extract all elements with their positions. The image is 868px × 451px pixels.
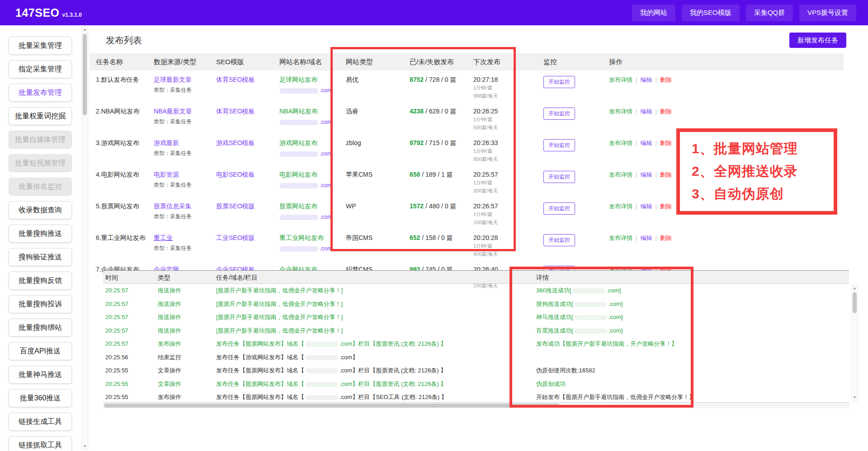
nav-item[interactable]: 我的SEO模版 [682, 5, 740, 21]
pending-failed-counts: / 158 / 0 篇 [420, 234, 453, 241]
add-publish-task-button[interactable]: 新增发布任务 [789, 33, 846, 48]
source-link[interactable]: 股票信息采集 [154, 202, 192, 210]
sidebar-item[interactable]: 链接生成工具 [9, 413, 72, 431]
seo-template-link[interactable]: 游戏SEO模板 [216, 139, 255, 146]
sidebar-item[interactable]: 批量搜狗绑站 [9, 319, 72, 337]
delete-link[interactable]: 删除 [660, 171, 672, 178]
start-monitor-button[interactable]: 开始监控 [543, 139, 575, 151]
log-detail-text-suffix: .com] [609, 314, 623, 320]
sidebar-item[interactable]: 百度API推送 [9, 342, 72, 360]
scrollbar-thumb[interactable] [853, 292, 857, 313]
redacted-domain-blur [575, 329, 607, 334]
publish-detail-link[interactable]: 发布详情 [609, 203, 632, 210]
start-monitor-button[interactable]: 开始监控 [543, 76, 575, 88]
sidebar-item[interactable]: 批量排名监控 [9, 178, 72, 196]
delete-link[interactable]: 删除 [660, 203, 672, 210]
log-vertical-scrollbar[interactable]: ▲ ▼ [851, 285, 858, 401]
domain-suffix[interactable]: .com [320, 87, 332, 94]
domain-suffix[interactable]: .com [320, 182, 332, 188]
log-task-text: [股票开户新手避坑指南，低佣金开户攻略分享！] [216, 301, 343, 307]
sidebar-item[interactable]: 批量360推送 [9, 389, 72, 407]
start-monitor-button[interactable]: 开始监控 [543, 202, 575, 215]
delete-link[interactable]: 删除 [660, 108, 672, 115]
publish-detail-link[interactable]: 发布详情 [609, 140, 632, 146]
edit-link[interactable]: 编辑 [640, 171, 652, 178]
sidebar-item[interactable]: 搜狗验证推送 [9, 248, 72, 266]
sidebar-item[interactable]: 链接抓取工具 [9, 436, 72, 451]
publish-detail-link[interactable]: 发布详情 [609, 171, 632, 178]
sidebar-item[interactable]: 收录数据查询 [9, 201, 72, 219]
sidebar-item[interactable]: 批量发布管理 [9, 84, 72, 102]
source-type-label: 类型：采集任务 [154, 118, 216, 126]
next-publish: 20:26:25 1分钟/篇 500篇/每天 [473, 108, 543, 131]
seo-template-link[interactable]: 体育SEO模板 [216, 76, 255, 83]
domain-suffix[interactable]: .com [320, 150, 332, 157]
nav-item[interactable]: VPS拨号设置 [799, 5, 856, 21]
separator: | [655, 203, 656, 210]
scroll-up-icon[interactable]: ▲ [83, 27, 87, 33]
publish-counts: 652 / 158 / 0 篇 [410, 234, 473, 258]
edit-link[interactable]: 编辑 [640, 203, 652, 210]
site-type: 帝国CMS [346, 234, 410, 258]
edit-link[interactable]: 编辑 [640, 140, 652, 146]
column-header-next-publish: 下次发布 [473, 58, 543, 66]
daily-quota: 988篇/每天 [473, 93, 543, 99]
sidebar-item[interactable]: 批量采集管理 [9, 37, 72, 55]
sidebar-item[interactable]: 批量短视频管理 [9, 154, 72, 172]
publish-detail-link[interactable]: 发布详情 [609, 235, 632, 241]
sidebar-item[interactable]: 批量搜狗投诉 [9, 295, 72, 313]
publish-detail-link[interactable]: 发布详情 [609, 108, 632, 115]
table-row: 5.股票网站发布 股票信息采集 类型：采集任务 股票SEO模版 股票网站发布 .… [90, 197, 844, 229]
seo-template-link[interactable]: 工业SEO模版 [216, 234, 255, 241]
scrollbar-thumb[interactable] [104, 404, 560, 408]
scroll-up-icon[interactable]: ▲ [853, 285, 857, 291]
scrollbar-thumb[interactable] [83, 34, 87, 115]
scroll-down-icon[interactable]: ▼ [853, 395, 857, 401]
site-name: 游戏网站发布 [279, 139, 346, 147]
delete-link[interactable]: 删除 [660, 76, 672, 83]
log-task-text: 发布任务【股票网站发布】域名【 [216, 367, 304, 374]
seo-template-link[interactable]: 体育SEO模板 [216, 108, 255, 115]
publish-detail-link[interactable]: 发布详情 [609, 76, 632, 83]
publish-counts: 8752 / 728 / 0 篇 [410, 76, 473, 99]
domain-suffix[interactable]: .com [320, 213, 332, 220]
log-time: 20:25:55 [103, 377, 156, 391]
redacted-domain-blur [279, 120, 318, 125]
source-link[interactable]: NBA最新文章 [154, 108, 192, 115]
delete-link[interactable]: 删除 [660, 140, 672, 146]
edit-link[interactable]: 编辑 [640, 108, 652, 115]
source-link[interactable]: 游戏最新 [154, 139, 179, 146]
domain-suffix[interactable]: .com [320, 118, 332, 125]
separator: | [655, 76, 656, 83]
sidebar-item[interactable]: 批量自媒体管理 [9, 131, 72, 149]
edit-link[interactable]: 编辑 [640, 235, 652, 241]
source-link[interactable]: 电影资源 [154, 171, 179, 178]
log-time: 20:25:57 [103, 310, 156, 324]
publish-counts: 8792 / 715 / 0 篇 [410, 139, 473, 163]
pending-failed-counts: / 728 / 0 篇 [424, 76, 456, 83]
seo-template-link[interactable]: 电影SEO模板 [216, 171, 255, 178]
log-column-task: 任务/域名/栏目 [214, 271, 517, 284]
seo-template-link[interactable]: 股票SEO模版 [216, 202, 255, 210]
edit-link[interactable]: 编辑 [640, 76, 652, 83]
log-detail-text: 发布成功【股票开户新手避坑指南，开户攻略分享！】 [536, 340, 677, 347]
log-horizontal-scrollbar[interactable] [103, 402, 849, 408]
start-monitor-button[interactable]: 开始监控 [543, 234, 575, 246]
sidebar-item[interactable]: 批量权重词挖掘 [9, 107, 72, 125]
sidebar-item[interactable]: 指定采集管理 [9, 60, 72, 78]
start-monitor-button[interactable]: 开始监控 [543, 108, 575, 120]
nav-item[interactable]: 我的网站 [632, 5, 675, 21]
source-link[interactable]: 足球最新文章 [154, 76, 192, 83]
sidebar-item[interactable]: 批量搜狗推送 [9, 225, 72, 243]
sidebar-item[interactable]: 批量神马推送 [9, 366, 72, 384]
source-link[interactable]: 重工业 [154, 234, 173, 241]
sidebar-item[interactable]: 批量搜狗反馈 [9, 272, 72, 290]
scroll-down-icon[interactable]: ▼ [83, 443, 87, 450]
domain-suffix[interactable]: .com [320, 245, 332, 252]
site-domain: .com [279, 213, 346, 220]
nav-item[interactable]: 采集QQ群 [746, 5, 793, 21]
delete-link[interactable]: 删除 [660, 235, 672, 241]
main-vertical-scrollbar[interactable]: ▲ ▼ [81, 26, 88, 450]
log-detail-text: 神马推送成功[ [536, 314, 573, 320]
start-monitor-button[interactable]: 开始监控 [543, 171, 575, 183]
